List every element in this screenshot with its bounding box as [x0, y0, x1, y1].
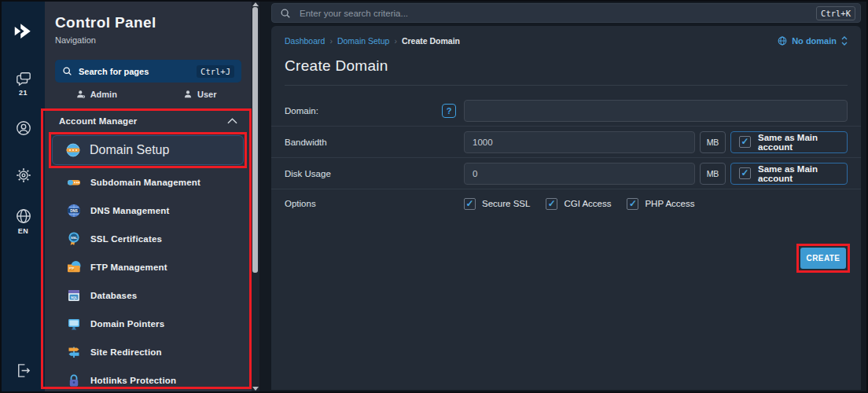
notifications-count: 21 [19, 89, 28, 97]
sidebar-scrollbar[interactable] [252, 2, 259, 391]
sidebar-item-domain-setup[interactable]: Domain Setup [52, 135, 244, 165]
disk-same-as-main[interactable]: ✓ Same as Main account [730, 163, 848, 185]
option-cgi-access[interactable]: ✓ CGI Access [546, 198, 611, 210]
domain-setup-icon [66, 143, 80, 157]
option-label: PHP Access [645, 199, 694, 208]
breadcrumb-separator: › [394, 36, 397, 46]
directadmin-window: 21 [0, 0, 868, 393]
disk-usage-row: Disk Usage MB ✓ Same as Main account [271, 158, 861, 189]
user-person-icon [183, 90, 193, 99]
sidebar-subtitle: Navigation [55, 35, 96, 45]
bandwidth-row: Bandwidth MB ✓ Same as Main account [271, 127, 861, 158]
check-icon: ✓ [548, 199, 556, 208]
sidebar-item-subdomain-management[interactable]: Subdomain Management [45, 168, 252, 196]
tab-user-label: User [197, 90, 216, 99]
domain-label: Domain: [285, 106, 318, 116]
annotation-domain-setup: Domain Setup [49, 132, 247, 168]
sidebar-item-label: DNS Management [90, 206, 170, 215]
hotlinks-protection-icon [67, 373, 81, 387]
sidebar-search[interactable]: Search for pages Ctrl+J [55, 60, 241, 83]
navigation-sidebar: Control Panel Navigation Search for page… [45, 2, 252, 391]
breadcrumb: Dashboard › Domain Setup › Create Domain… [285, 36, 848, 46]
sidebar-tabs: Admin User [45, 90, 252, 99]
global-search-bar[interactable]: Ctrl+K [271, 3, 861, 23]
option-secure-ssl[interactable]: ✓ Secure SSL [464, 198, 530, 210]
sidebar-item-site-redirection[interactable]: Site Redirection [45, 338, 252, 366]
bandwidth-input[interactable] [464, 131, 695, 153]
section-account-manager[interactable]: Account Manager [45, 116, 252, 126]
domain-input[interactable] [464, 100, 848, 122]
breadcrumb-create-domain: Create Domain [402, 36, 460, 46]
brand-logo[interactable] [2, 19, 45, 42]
logout-button[interactable] [2, 362, 45, 379]
domain-row: Domain: ? [271, 95, 861, 127]
bandwidth-same-as-main[interactable]: ✓ Same as Main account [730, 131, 848, 153]
svg-text:FTP: FTP [69, 267, 75, 270]
sidebar-item-databases[interactable]: SQL Databases [45, 281, 252, 310]
same-as-main-label: Same as Main account [758, 133, 839, 152]
sort-arrows-icon [841, 36, 848, 46]
section-label: Account Manager [59, 116, 227, 126]
option-label: CGI Access [564, 199, 611, 208]
settings-button[interactable] [2, 167, 45, 184]
options-label: Options [285, 199, 316, 208]
bandwidth-unit-button[interactable]: MB [700, 131, 726, 153]
sidebar-item-hotlinks-protection[interactable]: Hotlinks Protection [45, 366, 252, 391]
checkbox[interactable]: ✓ [464, 198, 476, 210]
sidebar-item-ssl-certificates[interactable]: SSL SSL Certificates [45, 225, 252, 253]
scroll-down-arrow-icon[interactable] [252, 387, 259, 391]
scrollbar-thumb[interactable] [252, 7, 258, 273]
tab-admin-label: Admin [90, 90, 117, 99]
same-as-main-label: Same as Main account [758, 164, 839, 183]
checkbox[interactable]: ✓ [546, 198, 557, 210]
options-row: Options ✓ Secure SSL ✓ CGI Access ✓ PHP … [271, 189, 861, 218]
create-button[interactable]: CREATE [800, 248, 846, 269]
admin-person-icon [76, 90, 86, 99]
language-button[interactable]: EN [2, 208, 45, 235]
sidebar-item-ftp-management[interactable]: FTP FTP Management [45, 253, 252, 281]
tab-admin[interactable]: Admin [45, 90, 149, 99]
sidebar-item-label: FTP Management [90, 263, 167, 272]
create-domain-form: Domain: ? Bandwidth MB ✓ Same as Main ac… [271, 95, 861, 273]
sidebar-item-label: Domain Pointers [90, 319, 164, 329]
breadcrumb-separator: › [329, 36, 333, 46]
checkbox[interactable]: ✓ [627, 198, 638, 210]
language-code: EN [18, 227, 29, 235]
domain-selector[interactable]: No domain [778, 36, 848, 46]
breadcrumb-domain-setup[interactable]: Domain Setup [337, 36, 390, 46]
checkbox[interactable]: ✓ [739, 167, 751, 179]
disk-usage-label: Disk Usage [285, 169, 331, 178]
search-icon [280, 8, 291, 19]
databases-icon: SQL [67, 288, 81, 303]
dns-icon: DNS [67, 204, 81, 218]
ssl-certificates-icon: SSL [67, 232, 81, 246]
help-icon[interactable]: ? [442, 104, 456, 118]
svg-text:SSL: SSL [71, 236, 78, 240]
checkbox[interactable]: ✓ [739, 136, 751, 148]
global-search-shortcut: Ctrl+K [816, 6, 855, 20]
disk-usage-input[interactable] [464, 163, 695, 185]
chevron-up-icon [227, 118, 237, 124]
sidebar-title: Control Panel [55, 14, 156, 31]
page-title: Create Domain [285, 57, 848, 86]
sidebar-item-label: Subdomain Management [90, 178, 200, 187]
scroll-up-arrow-icon[interactable] [252, 2, 259, 6]
sidebar-item-label: Databases [90, 291, 137, 300]
check-icon: ✓ [629, 199, 637, 208]
account-button[interactable] [2, 119, 45, 137]
tab-user[interactable]: User [149, 90, 252, 99]
check-icon: ✓ [741, 137, 748, 146]
domain-selector-label: No domain [792, 36, 837, 46]
directadmin-logo-icon [10, 19, 37, 42]
breadcrumb-dashboard[interactable]: Dashboard [285, 36, 325, 46]
disk-unit-button[interactable]: MB [700, 163, 726, 185]
globe-icon [15, 208, 32, 225]
svg-text:SQL: SQL [71, 296, 78, 299]
sidebar-item-dns-management[interactable]: DNS DNS Management [45, 196, 252, 225]
notifications-button[interactable]: 21 [2, 71, 45, 97]
account-icon [15, 119, 32, 137]
global-search-input[interactable] [298, 8, 809, 19]
svg-text:DNS: DNS [70, 209, 78, 213]
sidebar-item-domain-pointers[interactable]: Domain Pointers [45, 310, 252, 338]
option-php-access[interactable]: ✓ PHP Access [627, 198, 694, 210]
